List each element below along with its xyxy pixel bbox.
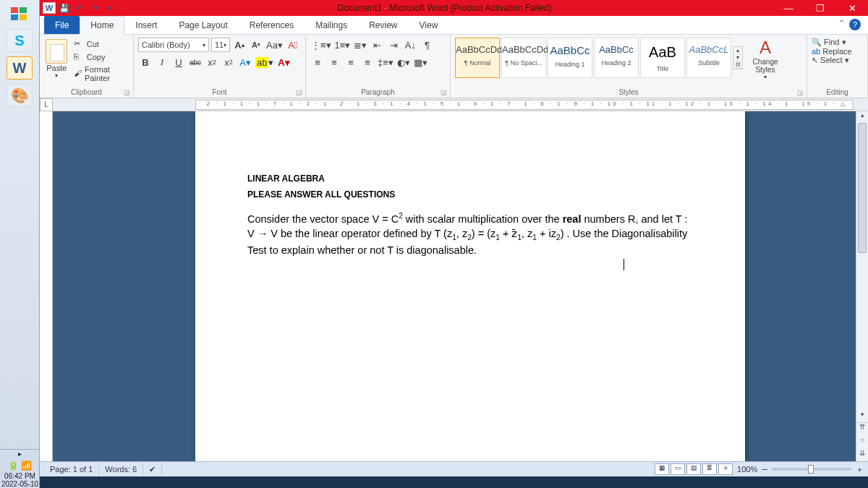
format-painter-button[interactable]: 🖌Format Painter: [72, 64, 129, 84]
align-left-button[interactable]: ≡: [310, 55, 325, 69]
prev-page-icon[interactable]: ⇈: [856, 423, 868, 436]
minimize-ribbon-icon[interactable]: ˆ: [840, 19, 843, 30]
styles-gallery[interactable]: AaBbCcDd¶ Normal AaBbCcDd¶ No Spaci... A…: [455, 38, 743, 78]
tab-mailings[interactable]: Mailings: [305, 16, 358, 34]
select-button[interactable]: ↖ Select ▾: [812, 56, 849, 65]
zoom-out-button[interactable]: ─: [762, 465, 767, 474]
strike-button[interactable]: abc: [188, 55, 203, 69]
tab-file[interactable]: File: [44, 16, 80, 34]
align-center-button[interactable]: ≡: [327, 55, 341, 69]
view-web-layout[interactable]: ▤: [686, 463, 701, 475]
minimize-button[interactable]: —: [773, 0, 804, 16]
style-subtitle[interactable]: AaBbCcLSubtitle: [686, 38, 731, 78]
ribbon: Paste ▾ ✂Cut ⎘Copy 🖌Format Painter Clipb…: [40, 35, 868, 98]
zoom-slider[interactable]: [772, 468, 851, 471]
horizontal-ruler[interactable]: · 2 · 1 · 1 · 1 · 𐊗 · 1 · 1 · 1 · 2 · 1 …: [195, 100, 854, 110]
style-heading1[interactable]: AaBbCcHeading 1: [548, 38, 592, 78]
italic-button[interactable]: I: [155, 55, 169, 69]
bold-button[interactable]: B: [138, 55, 153, 69]
paragraph-dialog-icon[interactable]: ◲: [441, 89, 447, 96]
underline-button[interactable]: U: [171, 55, 186, 69]
outdent-button[interactable]: ⇤: [370, 38, 384, 52]
find-button[interactable]: 🔍 Find ▾: [812, 38, 846, 47]
text-effects-button[interactable]: A▾: [238, 55, 252, 69]
browse-object-icon[interactable]: ○: [856, 436, 868, 449]
ruler-tab-selector[interactable]: L: [40, 98, 53, 111]
tab-insert[interactable]: Insert: [124, 16, 168, 34]
scroll-down-icon[interactable]: ▾: [856, 411, 868, 422]
shrink-font-button[interactable]: A▾: [249, 38, 263, 52]
next-page-icon[interactable]: ⇊: [856, 449, 868, 461]
taskbar-paint-icon[interactable]: 🎨: [7, 84, 33, 107]
vertical-scrollbar[interactable]: ▴ ▾ ⇈ ○ ⇊: [856, 111, 868, 461]
borders-button[interactable]: ▦▾: [413, 55, 428, 69]
subscript-button[interactable]: x2: [205, 55, 219, 69]
qat-undo-icon[interactable]: ↶: [73, 2, 86, 14]
view-full-screen[interactable]: ▭: [671, 463, 685, 475]
font-name-combo[interactable]: Calibri (Body)▾: [138, 38, 209, 52]
close-button[interactable]: ✕: [836, 0, 868, 16]
styles-scroll[interactable]: ▴▾⊟: [733, 46, 743, 69]
bullets-button[interactable]: ⋮≡▾: [310, 38, 332, 52]
start-button[interactable]: [5, 3, 34, 26]
qat-save-icon[interactable]: 💾: [58, 2, 71, 14]
cut-button[interactable]: ✂Cut: [72, 38, 129, 51]
highlight-button[interactable]: ab▾: [255, 55, 274, 69]
align-right-button[interactable]: ≡: [344, 55, 358, 69]
superscript-button[interactable]: x2: [221, 55, 236, 69]
tray-battery-icon[interactable]: 🔋 📶: [0, 459, 40, 472]
qat-customize-icon[interactable]: ▾: [103, 2, 116, 14]
style-no-spacing[interactable]: AaBbCcDd¶ No Spaci...: [501, 38, 546, 78]
paste-button[interactable]: Paste ▾: [44, 38, 69, 79]
styles-dialog-icon[interactable]: ◲: [797, 89, 804, 96]
app-icon[interactable]: W: [43, 2, 56, 14]
indent-button[interactable]: ⇥: [386, 38, 401, 52]
tab-review[interactable]: Review: [358, 16, 408, 34]
scroll-thumb[interactable]: [858, 123, 867, 253]
show-marks-button[interactable]: ¶: [420, 38, 434, 52]
status-words[interactable]: Words: 6: [99, 462, 143, 477]
tray-clock-date[interactable]: 2022-05-10: [0, 480, 40, 488]
grow-font-button[interactable]: A▴: [232, 38, 247, 52]
sort-button[interactable]: A↓: [403, 38, 417, 52]
multilevel-button[interactable]: ≣▾: [353, 38, 367, 52]
view-draft[interactable]: ≡: [718, 463, 733, 475]
zoom-in-button[interactable]: ＋: [856, 464, 864, 475]
svg-rect-2: [11, 14, 18, 20]
change-case-button[interactable]: Aa▾: [265, 38, 284, 52]
justify-button[interactable]: ≡: [360, 55, 375, 69]
maximize-button[interactable]: ❐: [804, 0, 836, 16]
tab-references[interactable]: References: [239, 16, 305, 34]
tab-view[interactable]: View: [409, 16, 449, 34]
shading-button[interactable]: ◐▾: [396, 55, 411, 69]
clear-format-button[interactable]: A⃠: [286, 38, 300, 52]
numbering-button[interactable]: 1≡▾: [334, 38, 352, 52]
vertical-ruler[interactable]: [40, 111, 53, 461]
tab-page-layout[interactable]: Page Layout: [168, 16, 238, 34]
taskbar-word-icon[interactable]: W: [7, 56, 33, 80]
style-normal[interactable]: AaBbCcDd¶ Normal: [455, 38, 500, 78]
clipboard-dialog-icon[interactable]: ◲: [124, 89, 130, 96]
qat-redo-icon[interactable]: ↷: [88, 2, 101, 14]
line-spacing-button[interactable]: ‡≡▾: [377, 55, 394, 69]
style-heading2[interactable]: AaBbCcHeading 2: [594, 38, 639, 78]
replace-button[interactable]: ab Replace: [812, 47, 852, 56]
view-print-layout[interactable]: ▦: [655, 463, 669, 475]
page[interactable]: LINEAR ALGEBRA PLEASE ANSWER ALL QUESTIO…: [195, 111, 745, 461]
scroll-up-icon[interactable]: ▴: [856, 111, 868, 123]
view-outline[interactable]: ≣: [702, 463, 717, 475]
font-size-combo[interactable]: 11▾: [211, 38, 230, 52]
font-dialog-icon[interactable]: ◲: [296, 89, 302, 96]
status-page[interactable]: Page: 1 of 1: [44, 462, 99, 477]
copy-button[interactable]: ⎘Copy: [72, 51, 129, 64]
status-proof-icon[interactable]: ✔: [143, 462, 162, 477]
taskbar-skype-icon[interactable]: S: [7, 29, 33, 52]
tab-home[interactable]: Home: [80, 16, 124, 35]
show-desktop-button[interactable]: ▸: [0, 449, 40, 456]
tray-clock-time[interactable]: 06:42 PM: [0, 472, 40, 480]
zoom-level[interactable]: 100%: [737, 465, 757, 474]
font-color-button[interactable]: A▾: [276, 55, 291, 69]
change-styles-button[interactable]: A Change Styles ▾: [747, 38, 783, 80]
help-icon[interactable]: ?: [849, 19, 861, 30]
style-title[interactable]: AaBTitle: [640, 38, 685, 78]
